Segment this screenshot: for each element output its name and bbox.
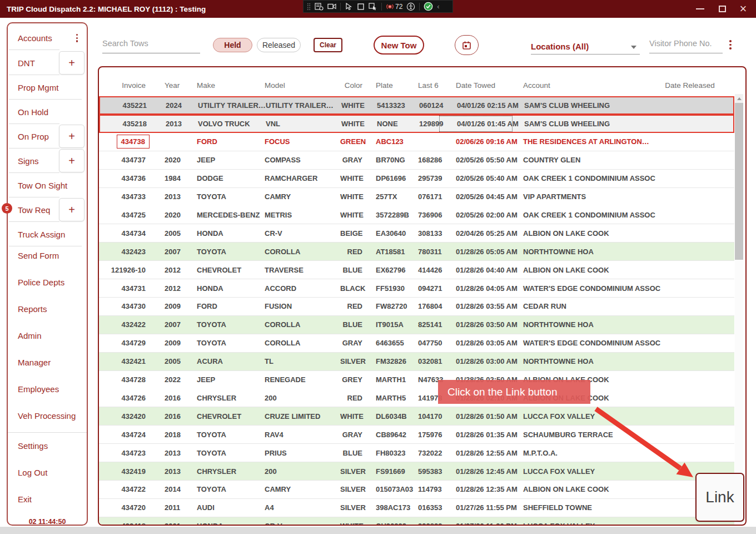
add-signs-button[interactable]: + — [59, 149, 84, 172]
panel-settings-icon[interactable] — [315, 3, 324, 11]
table-row[interactable]: 4347242018TOYOTARAV4GRAYCB8964217597601/… — [99, 426, 734, 444]
sidebar-item-on-hold[interactable]: On Hold — [8, 100, 87, 123]
maximize-button[interactable] — [713, 0, 732, 18]
sidebar-item-label: On Prop — [18, 132, 49, 141]
table-row[interactable]: 121926-102012CHEVROLETTRAVERSEBLUEEX6279… — [99, 261, 734, 279]
table-row[interactable]: 4347372020JEEPCOMPASSGRAYBR70NG16828602/… — [99, 151, 734, 170]
cell-account: WATER'S EDGE CONDOMINIUM ASSOC — [511, 284, 660, 293]
cell-invoice: 434720 — [99, 503, 146, 512]
sidebar-item-admin[interactable]: Admin — [8, 324, 87, 347]
cell-towed: 01/28/26 01:35 AM — [438, 431, 511, 439]
cell-make: UTILITY TRAILER… — [198, 101, 266, 110]
column-header-last6[interactable]: Last 6 — [418, 81, 438, 90]
sidebar-item-police-depts[interactable]: Police Depts — [8, 270, 87, 294]
table-row[interactable]: 4347202011AUDIA4SILVER398AC17301635301/2… — [99, 499, 734, 517]
add-tow-req-button[interactable]: + — [59, 198, 84, 221]
held-filter-button[interactable]: Held — [213, 38, 252, 52]
table-row[interactable]: 4347361984DODGERAMCHARGERWHITEDP61696295… — [99, 170, 734, 188]
table-row[interactable]: 4347332013TOYOTACAMRYWHITE257TX07617102/… — [99, 188, 734, 206]
cell-last6: 308133 — [418, 229, 438, 238]
clear-button[interactable]: Clear — [314, 38, 342, 52]
scroll-up-arrow-icon[interactable] — [735, 94, 743, 103]
sidebar-item-exit[interactable]: Exit — [8, 487, 87, 511]
toolbar-kebab-menu[interactable] — [729, 40, 732, 50]
table-row[interactable]: 4347232013TOYOTAPRIUSBLUEFH8032373202201… — [99, 444, 734, 462]
vertical-scrollbar[interactable] — [735, 94, 743, 522]
add-on-prop-button[interactable]: + — [59, 125, 84, 148]
sidebar-item-veh-processing[interactable]: Veh Processing — [8, 404, 87, 427]
cursor-icon[interactable] — [345, 3, 353, 11]
column-header-make[interactable]: Make — [197, 81, 265, 90]
sidebar-item-on-prop[interactable]: On Prop+ — [8, 125, 87, 148]
released-filter-button[interactable]: Released — [257, 38, 301, 52]
sidebar-item-settings[interactable]: Settings — [8, 434, 87, 457]
table-row[interactable]: 4347262016CHRYSLER200REDMARTH514197801/2… — [99, 389, 734, 407]
cell-year: 2005 — [146, 357, 197, 365]
column-header-date-released[interactable]: Date Released — [645, 81, 734, 90]
status-check-icon[interactable] — [424, 2, 433, 11]
table-row[interactable]: 4347292009TOYOTACOROLLAGRAY6463655047750… — [99, 334, 734, 353]
cell-make: JEEP — [197, 375, 265, 384]
cell-model: FUSION — [265, 302, 340, 310]
table-row[interactable]: 4347252020MERCEDES-BENZMETRISWHITE357228… — [99, 206, 734, 224]
locations-dropdown[interactable]: Locations (All) — [531, 39, 640, 55]
cell-invoice: 434737 — [99, 156, 146, 164]
accounts-kebab-menu-icon[interactable] — [76, 34, 78, 42]
sidebar-item-prop-mgmt[interactable]: Prop Mgmt — [8, 76, 87, 99]
sidebar-item-dnt[interactable]: DNT+ — [8, 51, 87, 75]
table-row[interactable]: 4347312012HONDAACCORDBLACKFF519300942710… — [99, 279, 734, 298]
table-row[interactable]: 4352212024UTILITY TRAILER…UTILITY TRAILE… — [99, 96, 734, 115]
table-row[interactable]: 4347222014TOYOTACAMRYSILVER015073A031147… — [99, 481, 734, 499]
cell-year: 2018 — [146, 431, 197, 439]
table-row[interactable]: 434738FORDFOCUSGREENABC12302/06/26 09:16… — [99, 133, 734, 151]
new-tow-button[interactable]: New Tow — [374, 36, 424, 55]
cell-last6: 168286 — [418, 156, 438, 164]
table-row[interactable]: 4352182013VOLVO TRUCKVNLWHITENONE1298990… — [99, 115, 734, 133]
sidebar-item-tow-on-sight[interactable]: Tow On Sight — [8, 174, 87, 197]
sidebar-item-signs[interactable]: Signs+ — [8, 149, 87, 172]
table-row[interactable]: 4347282022JEEPRENEGADEGREYMARTH1N4763301… — [99, 371, 734, 389]
drag-handle-icon[interactable] — [307, 3, 311, 11]
table-row[interactable]: 4324222007TOYOTACOROLLABLUEIT9015A825141… — [99, 316, 734, 334]
sidebar-item-accounts[interactable]: Accounts — [8, 26, 87, 50]
sidebar-item-send-form[interactable]: Send Form — [8, 244, 87, 267]
column-header-account[interactable]: Account — [511, 81, 645, 90]
column-header-date-towed[interactable]: Date Towed — [438, 81, 511, 90]
search-input[interactable] — [102, 37, 200, 53]
table-row[interactable]: 4347302009FORDFUSIONREDFW8272017680401/2… — [99, 298, 734, 316]
column-header-year[interactable]: Year — [146, 81, 197, 90]
frame-icon[interactable] — [357, 3, 365, 11]
sidebar-item-log-out[interactable]: Log Out — [8, 461, 87, 484]
calendar-button[interactable] — [455, 35, 479, 55]
cell-model: METRIS — [265, 211, 340, 219]
add-dnt-button[interactable]: + — [59, 51, 84, 75]
record-counter[interactable]: 72 — [386, 3, 402, 11]
column-header-plate[interactable]: Plate — [362, 81, 418, 90]
close-button[interactable]: × — [734, 0, 753, 18]
accessibility-icon[interactable] — [406, 2, 415, 11]
table-row[interactable]: 4324202016CHEVROLETCRUZE LIMITEDWHITEDL6… — [99, 407, 734, 426]
table-row[interactable]: 4324182001HONDACR-VWHITECU3622923282301/… — [99, 517, 734, 525]
chevron-down-icon — [631, 46, 636, 49]
sidebar-item-employees[interactable]: Employees — [8, 377, 87, 400]
camera-icon[interactable] — [327, 3, 336, 10]
sidebar-item-truck-assign[interactable]: Truck Assign — [8, 222, 87, 246]
scrollbar-thumb[interactable] — [735, 103, 743, 260]
table-row[interactable]: 4347342005HONDACR-VBEIGEEA3064030813302/… — [99, 224, 734, 243]
table-row[interactable]: 4324212005ACURATLSILVERFM3282603208101/2… — [99, 353, 734, 371]
minimize-button[interactable] — [690, 0, 709, 18]
cursor-frame-icon[interactable] — [369, 3, 377, 11]
sidebar-item-tow-req[interactable]: Tow Req+ — [8, 198, 87, 221]
sidebar-item-label: Signs — [18, 156, 39, 166]
column-header-invoice[interactable]: Invoice — [99, 81, 146, 90]
collapse-chevron-icon[interactable]: ‹ — [437, 2, 439, 11]
column-header-color[interactable]: Color — [340, 81, 362, 90]
visitor-phone-input[interactable] — [649, 37, 723, 53]
cell-account: LUCCA FOX VALLEY — [511, 412, 645, 421]
sidebar-item-manager[interactable]: Manager — [8, 350, 87, 374]
table-row[interactable]: 4324192013CHRYSLER200SILVERFS91669595383… — [99, 462, 734, 481]
sidebar-item-reports[interactable]: Reports — [8, 297, 87, 320]
column-header-model[interactable]: Model — [265, 81, 340, 90]
table-row[interactable]: 4324232007TOYOTACOROLLAREDAT185817803110… — [99, 243, 734, 261]
link-button[interactable]: Link — [695, 473, 744, 522]
